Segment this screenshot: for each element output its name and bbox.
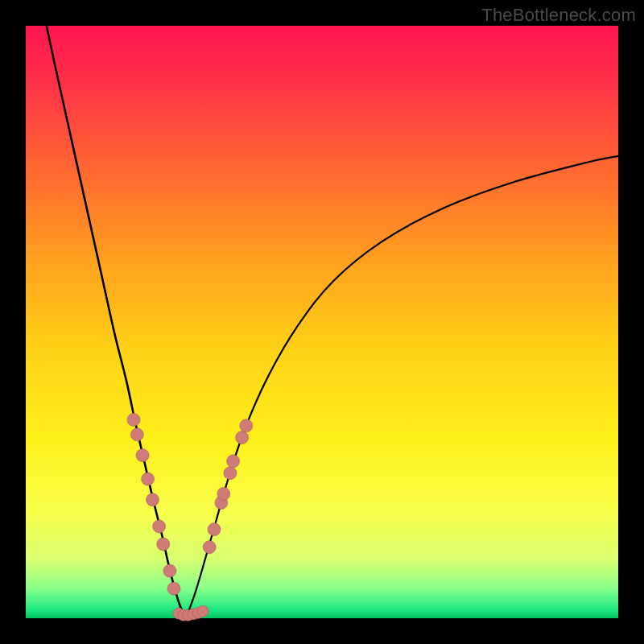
chart-frame: TheBottleneck.com bbox=[0, 0, 644, 644]
plot-gradient-area bbox=[26, 26, 618, 618]
watermark-text: TheBottleneck.com bbox=[481, 5, 636, 26]
